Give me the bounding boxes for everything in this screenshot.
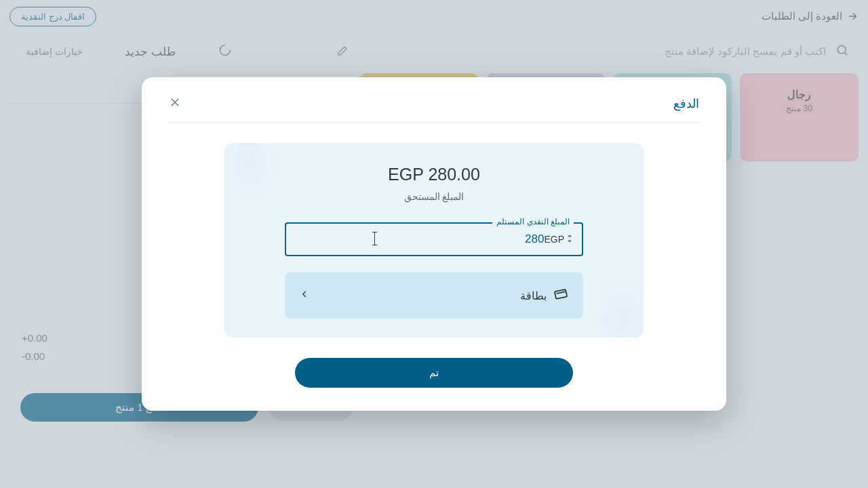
- card-label: بطاقة: [520, 289, 547, 302]
- chevron-updown-icon: [567, 234, 572, 245]
- chevron-left-icon: [300, 289, 309, 302]
- card-icon: [553, 287, 568, 304]
- modal-header: الدفع: [169, 96, 699, 123]
- cash-field-label: المبلغ النقدي المستلم: [492, 217, 574, 226]
- due-card: EGP 280.00 المبلغ المستحق المبلغ النقدي …: [224, 143, 644, 338]
- done-button[interactable]: تم: [295, 358, 573, 388]
- due-amount: EGP 280.00: [238, 165, 630, 184]
- cash-currency-selector[interactable]: EGP: [544, 234, 572, 245]
- payment-modal: الدفع EGP 280.00 المبلغ المستحق المبلغ ا…: [142, 77, 726, 411]
- close-icon[interactable]: [169, 96, 181, 111]
- due-label: المبلغ المستحق: [238, 191, 630, 202]
- text-cursor-icon: [374, 232, 375, 245]
- svg-rect-1: [555, 289, 567, 299]
- cash-input[interactable]: [296, 232, 544, 246]
- cash-field: المبلغ النقدي المستلم EGP: [285, 222, 583, 256]
- pay-by-card-row[interactable]: بطاقة: [285, 272, 583, 319]
- cash-currency-label: EGP: [544, 234, 564, 245]
- cash-input-wrap[interactable]: EGP: [285, 222, 583, 256]
- modal-title: الدفع: [673, 96, 699, 111]
